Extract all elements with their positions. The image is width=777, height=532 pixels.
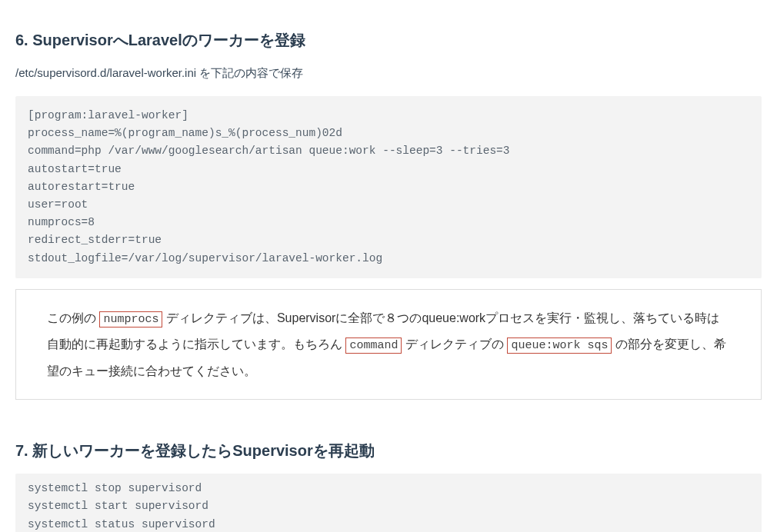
section-6-heading: 6. SupervisorへLaravelのワーカーを登録 [15,28,762,52]
laravel-worker-ini-code: [program:laravel-worker] process_name=%(… [15,96,762,278]
section-6-intro: /etc/supervisord.d/laravel-worker.ini を下… [15,64,762,82]
inline-code-numprocs: numprocs [99,311,162,328]
inline-code-queue-work-sqs: queue:work sqs [507,337,612,354]
section-7-heading: 7. 新しいワーカーを登録したらSupervisorを再起動 [15,438,762,463]
quote-text: ディレクティブの [405,337,504,351]
systemctl-code: systemctl stop supervisord systemctl sta… [15,474,762,532]
supervisor-quote: この例の numprocs ディレクティブは、Supervisorに全部で８つの… [15,289,762,401]
quote-text: この例の [47,311,96,324]
inline-code-command: command [345,337,402,354]
